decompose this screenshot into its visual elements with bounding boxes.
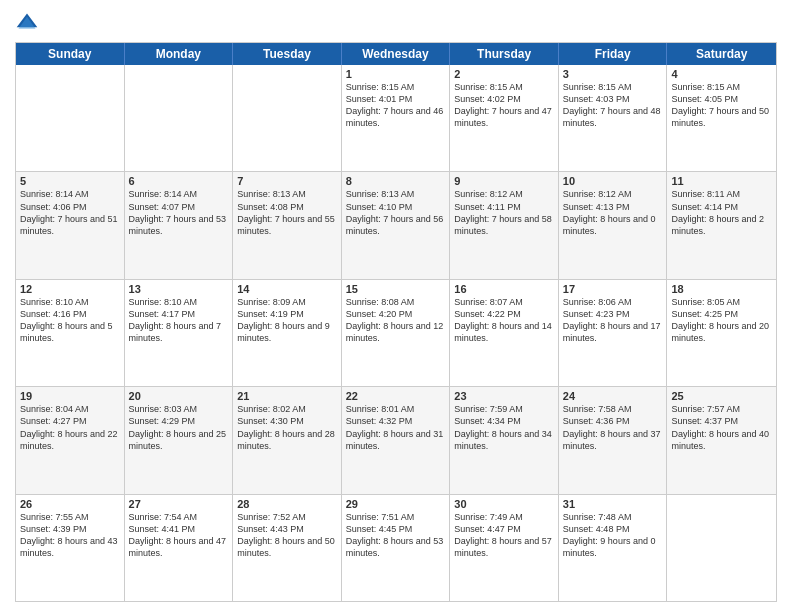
- calendar-cell: 8Sunrise: 8:13 AM Sunset: 4:10 PM Daylig…: [342, 172, 451, 278]
- calendar-cell: 27Sunrise: 7:54 AM Sunset: 4:41 PM Dayli…: [125, 495, 234, 601]
- cell-info: Sunrise: 8:15 AM Sunset: 4:02 PM Dayligh…: [454, 81, 554, 130]
- calendar-cell: 14Sunrise: 8:09 AM Sunset: 4:19 PM Dayli…: [233, 280, 342, 386]
- calendar-cell: 17Sunrise: 8:06 AM Sunset: 4:23 PM Dayli…: [559, 280, 668, 386]
- cell-info: Sunrise: 8:10 AM Sunset: 4:16 PM Dayligh…: [20, 296, 120, 345]
- calendar-cell: 24Sunrise: 7:58 AM Sunset: 4:36 PM Dayli…: [559, 387, 668, 493]
- calendar-cell: 25Sunrise: 7:57 AM Sunset: 4:37 PM Dayli…: [667, 387, 776, 493]
- calendar-cell: 22Sunrise: 8:01 AM Sunset: 4:32 PM Dayli…: [342, 387, 451, 493]
- day-number: 23: [454, 390, 554, 402]
- cell-info: Sunrise: 8:04 AM Sunset: 4:27 PM Dayligh…: [20, 403, 120, 452]
- cell-info: Sunrise: 7:52 AM Sunset: 4:43 PM Dayligh…: [237, 511, 337, 560]
- calendar-cell: [16, 65, 125, 171]
- calendar-cell: 1Sunrise: 8:15 AM Sunset: 4:01 PM Daylig…: [342, 65, 451, 171]
- cell-info: Sunrise: 7:58 AM Sunset: 4:36 PM Dayligh…: [563, 403, 663, 452]
- cell-info: Sunrise: 8:07 AM Sunset: 4:22 PM Dayligh…: [454, 296, 554, 345]
- cell-info: Sunrise: 8:13 AM Sunset: 4:08 PM Dayligh…: [237, 188, 337, 237]
- page-header: [15, 10, 777, 34]
- day-number: 6: [129, 175, 229, 187]
- cell-info: Sunrise: 8:05 AM Sunset: 4:25 PM Dayligh…: [671, 296, 772, 345]
- cell-info: Sunrise: 8:14 AM Sunset: 4:07 PM Dayligh…: [129, 188, 229, 237]
- day-number: 30: [454, 498, 554, 510]
- day-number: 9: [454, 175, 554, 187]
- calendar-cell: 13Sunrise: 8:10 AM Sunset: 4:17 PM Dayli…: [125, 280, 234, 386]
- cell-info: Sunrise: 7:55 AM Sunset: 4:39 PM Dayligh…: [20, 511, 120, 560]
- calendar-cell: 15Sunrise: 8:08 AM Sunset: 4:20 PM Dayli…: [342, 280, 451, 386]
- day-number: 15: [346, 283, 446, 295]
- cell-info: Sunrise: 8:09 AM Sunset: 4:19 PM Dayligh…: [237, 296, 337, 345]
- day-number: 10: [563, 175, 663, 187]
- calendar-cell: 6Sunrise: 8:14 AM Sunset: 4:07 PM Daylig…: [125, 172, 234, 278]
- calendar-cell: [667, 495, 776, 601]
- cell-info: Sunrise: 8:02 AM Sunset: 4:30 PM Dayligh…: [237, 403, 337, 452]
- calendar-cell: 3Sunrise: 8:15 AM Sunset: 4:03 PM Daylig…: [559, 65, 668, 171]
- day-number: 28: [237, 498, 337, 510]
- day-number: 19: [20, 390, 120, 402]
- cell-info: Sunrise: 8:14 AM Sunset: 4:06 PM Dayligh…: [20, 188, 120, 237]
- cell-info: Sunrise: 7:59 AM Sunset: 4:34 PM Dayligh…: [454, 403, 554, 452]
- day-number: 22: [346, 390, 446, 402]
- day-number: 17: [563, 283, 663, 295]
- cell-info: Sunrise: 7:54 AM Sunset: 4:41 PM Dayligh…: [129, 511, 229, 560]
- calendar-cell: 5Sunrise: 8:14 AM Sunset: 4:06 PM Daylig…: [16, 172, 125, 278]
- day-number: 29: [346, 498, 446, 510]
- day-number: 21: [237, 390, 337, 402]
- calendar-cell: 26Sunrise: 7:55 AM Sunset: 4:39 PM Dayli…: [16, 495, 125, 601]
- day-number: 11: [671, 175, 772, 187]
- day-number: 18: [671, 283, 772, 295]
- cell-info: Sunrise: 8:12 AM Sunset: 4:11 PM Dayligh…: [454, 188, 554, 237]
- calendar-cell: 2Sunrise: 8:15 AM Sunset: 4:02 PM Daylig…: [450, 65, 559, 171]
- calendar-row: 19Sunrise: 8:04 AM Sunset: 4:27 PM Dayli…: [16, 387, 776, 494]
- weekday-header: Sunday: [16, 43, 125, 65]
- calendar-cell: 21Sunrise: 8:02 AM Sunset: 4:30 PM Dayli…: [233, 387, 342, 493]
- day-number: 5: [20, 175, 120, 187]
- cell-info: Sunrise: 8:15 AM Sunset: 4:01 PM Dayligh…: [346, 81, 446, 130]
- day-number: 27: [129, 498, 229, 510]
- cell-info: Sunrise: 8:11 AM Sunset: 4:14 PM Dayligh…: [671, 188, 772, 237]
- calendar-header: SundayMondayTuesdayWednesdayThursdayFrid…: [16, 43, 776, 65]
- day-number: 24: [563, 390, 663, 402]
- cell-info: Sunrise: 8:06 AM Sunset: 4:23 PM Dayligh…: [563, 296, 663, 345]
- calendar-cell: 7Sunrise: 8:13 AM Sunset: 4:08 PM Daylig…: [233, 172, 342, 278]
- day-number: 20: [129, 390, 229, 402]
- day-number: 25: [671, 390, 772, 402]
- cell-info: Sunrise: 7:48 AM Sunset: 4:48 PM Dayligh…: [563, 511, 663, 560]
- cell-info: Sunrise: 8:01 AM Sunset: 4:32 PM Dayligh…: [346, 403, 446, 452]
- calendar-row: 1Sunrise: 8:15 AM Sunset: 4:01 PM Daylig…: [16, 65, 776, 172]
- calendar-cell: 16Sunrise: 8:07 AM Sunset: 4:22 PM Dayli…: [450, 280, 559, 386]
- calendar-cell: 4Sunrise: 8:15 AM Sunset: 4:05 PM Daylig…: [667, 65, 776, 171]
- day-number: 2: [454, 68, 554, 80]
- cell-info: Sunrise: 8:15 AM Sunset: 4:05 PM Dayligh…: [671, 81, 772, 130]
- cell-info: Sunrise: 8:10 AM Sunset: 4:17 PM Dayligh…: [129, 296, 229, 345]
- cell-info: Sunrise: 8:03 AM Sunset: 4:29 PM Dayligh…: [129, 403, 229, 452]
- weekday-header: Friday: [559, 43, 668, 65]
- calendar-cell: 31Sunrise: 7:48 AM Sunset: 4:48 PM Dayli…: [559, 495, 668, 601]
- calendar-cell: 11Sunrise: 8:11 AM Sunset: 4:14 PM Dayli…: [667, 172, 776, 278]
- weekday-header: Saturday: [667, 43, 776, 65]
- calendar-cell: 20Sunrise: 8:03 AM Sunset: 4:29 PM Dayli…: [125, 387, 234, 493]
- day-number: 14: [237, 283, 337, 295]
- day-number: 8: [346, 175, 446, 187]
- calendar-cell: 12Sunrise: 8:10 AM Sunset: 4:16 PM Dayli…: [16, 280, 125, 386]
- logo-icon: [15, 10, 39, 34]
- day-number: 4: [671, 68, 772, 80]
- calendar-body: 1Sunrise: 8:15 AM Sunset: 4:01 PM Daylig…: [16, 65, 776, 601]
- cell-info: Sunrise: 7:57 AM Sunset: 4:37 PM Dayligh…: [671, 403, 772, 452]
- calendar-cell: [233, 65, 342, 171]
- cell-info: Sunrise: 7:51 AM Sunset: 4:45 PM Dayligh…: [346, 511, 446, 560]
- calendar-cell: 10Sunrise: 8:12 AM Sunset: 4:13 PM Dayli…: [559, 172, 668, 278]
- weekday-header: Thursday: [450, 43, 559, 65]
- weekday-header: Monday: [125, 43, 234, 65]
- calendar-cell: [125, 65, 234, 171]
- calendar-cell: 19Sunrise: 8:04 AM Sunset: 4:27 PM Dayli…: [16, 387, 125, 493]
- logo: [15, 10, 43, 34]
- cell-info: Sunrise: 8:08 AM Sunset: 4:20 PM Dayligh…: [346, 296, 446, 345]
- calendar-cell: 9Sunrise: 8:12 AM Sunset: 4:11 PM Daylig…: [450, 172, 559, 278]
- cell-info: Sunrise: 8:13 AM Sunset: 4:10 PM Dayligh…: [346, 188, 446, 237]
- calendar-row: 26Sunrise: 7:55 AM Sunset: 4:39 PM Dayli…: [16, 495, 776, 601]
- calendar-row: 5Sunrise: 8:14 AM Sunset: 4:06 PM Daylig…: [16, 172, 776, 279]
- weekday-header: Tuesday: [233, 43, 342, 65]
- calendar-cell: 29Sunrise: 7:51 AM Sunset: 4:45 PM Dayli…: [342, 495, 451, 601]
- calendar-cell: 23Sunrise: 7:59 AM Sunset: 4:34 PM Dayli…: [450, 387, 559, 493]
- day-number: 13: [129, 283, 229, 295]
- cell-info: Sunrise: 8:15 AM Sunset: 4:03 PM Dayligh…: [563, 81, 663, 130]
